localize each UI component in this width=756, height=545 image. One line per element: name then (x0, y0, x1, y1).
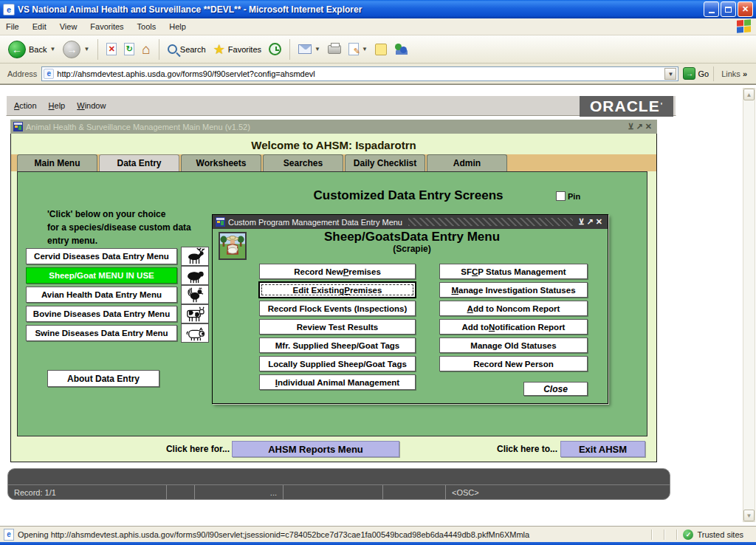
exit-hint-label: Click here to... (474, 444, 557, 454)
species-button-swine-diseases-data-entry-menu[interactable]: Swine Diseases Data Entry Menu (26, 325, 177, 341)
vertical-scrollbar[interactable]: ▲ ▼ (743, 88, 755, 522)
dialog-restore-icon[interactable]: ↗ (587, 217, 596, 226)
oracle-logo: ORACLE' (580, 96, 673, 117)
mdi-minimize-icon[interactable]: ⊻ (628, 122, 636, 131)
add-to-noncom-report-button[interactable]: Add to Noncom Report (439, 301, 588, 316)
dialog-titlebar[interactable]: Custom Program Management Data Entry Men… (213, 215, 608, 229)
mdi-close-icon[interactable]: ✕ (645, 122, 654, 131)
individual-animal-management-button[interactable]: Individual Animal Management (259, 374, 416, 390)
page-icon: e (44, 69, 54, 79)
minimize-button[interactable] (704, 1, 719, 17)
species-button-avian-health-data-entry-menu[interactable]: Avian Health Data Entry Menu (26, 287, 177, 303)
refresh-button[interactable]: ↻ (120, 41, 138, 58)
status-segment (383, 485, 446, 500)
favorites-label: Favorites (228, 45, 261, 54)
sheep-icon (181, 266, 209, 285)
manage-investigation-statuses-button[interactable]: Manage Investigation Statuses (439, 282, 588, 298)
locally-supplied-sheep-goat-tags-button[interactable]: Locally Supplied Sheep/Goat Tags (259, 356, 416, 371)
menu-file[interactable]: File (6, 22, 19, 31)
address-url[interactable]: http://ahsmdevtest.aphis.usda.gov/forms9… (57, 69, 664, 78)
record-new-premises-button[interactable]: Record New Premises (259, 264, 416, 279)
forward-icon: → (63, 41, 80, 58)
applet-menu-action[interactable]: Action (14, 101, 37, 110)
species-button-sheep-goat-menu-in-use[interactable]: Sheep/Goat MENU IN USE (26, 267, 177, 284)
mdi-window-title: Animal Health & Surveillance Management … (26, 123, 628, 131)
search-button[interactable]: Search (164, 42, 210, 56)
status-record-row: Record: 1/1 ... <OSC> (8, 485, 670, 500)
discuss-button[interactable] (371, 41, 391, 58)
dialog-minimize-icon[interactable]: ⊻ (579, 217, 587, 226)
mail-icon (298, 44, 312, 54)
menu-favorites[interactable]: Favorites (90, 22, 123, 31)
sfcp-status-management-button[interactable]: SFCP Status Management (439, 264, 588, 279)
status-segment-osc: <OSC> (446, 485, 670, 500)
species-button-bovine-diseases-data-entry-menu[interactable]: Bovine Diseases Data Entry Menu (26, 306, 177, 322)
applet-menu-window[interactable]: Window (77, 101, 106, 110)
address-dropdown-icon[interactable]: ▼ (664, 68, 676, 80)
refresh-icon: ↻ (125, 44, 134, 55)
menu-view[interactable]: View (60, 22, 78, 31)
mail-dropdown-icon[interactable]: ▼ (315, 46, 320, 52)
forward-dropdown-icon[interactable]: ▼ (83, 46, 89, 52)
messenger-icon (394, 43, 409, 55)
tab-admin[interactable]: Admin (427, 154, 507, 171)
address-label: Address (7, 69, 37, 78)
menu-help[interactable]: Help (169, 22, 186, 31)
tab-worksheets[interactable]: Worksheets (181, 154, 261, 171)
dialog-close-icon[interactable]: ✕ (596, 217, 605, 226)
status-divider (651, 529, 652, 540)
close-button[interactable]: ✕ (738, 1, 753, 17)
forward-button[interactable]: → ▼ (59, 38, 93, 61)
scroll-up-icon[interactable]: ▲ (743, 89, 755, 100)
record-new-person-button[interactable]: Record New Person (439, 356, 588, 371)
record-flock-events-inspections-button[interactable]: Record Flock Events (Inspections) (259, 301, 416, 316)
menu-tools[interactable]: Tools (137, 22, 157, 31)
links-bar[interactable]: Links » (713, 66, 753, 81)
back-label: Back (29, 45, 47, 54)
edit-dropdown-icon[interactable]: ▼ (362, 46, 368, 52)
mdi-titlebar[interactable]: Animal Health & Surveillance Management … (10, 120, 657, 134)
go-button[interactable]: → Go (683, 67, 709, 80)
edit-button[interactable]: ✎▼ (345, 41, 371, 58)
pin-checkbox[interactable] (556, 191, 566, 201)
home-button[interactable]: ⌂ (138, 41, 154, 58)
back-button[interactable]: ← Back ▼ (4, 38, 59, 61)
tab-main-menu[interactable]: Main Menu (17, 154, 97, 171)
tab-data-entry[interactable]: Data Entry (99, 154, 179, 171)
mail-button[interactable]: ▼ (295, 42, 324, 56)
status-text: Opening http://ahsmdevtest.aphis.usda.go… (18, 530, 645, 539)
go-icon: → (683, 67, 695, 80)
rooster-icon (181, 285, 209, 304)
edit-page-icon: ✎ (348, 43, 359, 55)
restore-button[interactable] (721, 1, 736, 17)
back-dropdown-icon[interactable]: ▼ (49, 46, 55, 52)
mdi-restore-icon[interactable]: ↗ (636, 122, 645, 131)
scroll-down-icon[interactable]: ▼ (743, 510, 755, 521)
edit-existing-premises-button[interactable]: Edit Existing Premises (259, 282, 416, 298)
add-to-notification-report-button[interactable]: Add to Notification Report (439, 319, 588, 335)
menu-edit[interactable]: Edit (32, 22, 47, 31)
links-chevron-icon: » (743, 69, 747, 78)
exit-ahsm-button[interactable]: Exit AHSM (560, 441, 645, 457)
applet-menu-help[interactable]: Help (49, 101, 66, 110)
browser-toolbar: ← Back ▼ → ▼ ✕ ↻ ⌂ Search ★ Favorites ▼ … (0, 35, 756, 64)
form-canvas-area: Welcome to AHSM: Ispadarotrn Main MenuDa… (10, 134, 657, 462)
dialog-left-button-column: Record New PremisesEdit Existing Premise… (259, 264, 416, 390)
ahsm-reports-menu-button[interactable]: AHSM Reports Menu (232, 441, 399, 457)
mfr-supplied-sheep-goat-tags-button[interactable]: Mfr. Supplied Sheep/Goat Tags (259, 337, 416, 353)
tab-searches[interactable]: Searches (263, 154, 343, 171)
address-input[interactable]: e http://ahsmdevtest.aphis.usda.gov/form… (41, 66, 678, 81)
tab-daily-checklist[interactable]: Daily Checklist (345, 154, 425, 171)
species-button-cervid-diseases-data-entry-menu[interactable]: Cervid Diseases Data Entry Menu (26, 248, 177, 264)
mdi-window: Animal Health & Surveillance Management … (10, 120, 657, 462)
print-button[interactable] (324, 43, 345, 56)
status-divider (676, 529, 677, 540)
messenger-button[interactable] (391, 41, 413, 58)
review-test-results-button[interactable]: Review Test Results (259, 319, 416, 335)
history-button[interactable] (265, 41, 285, 58)
about-data-entry-button[interactable]: About Data Entry (47, 370, 159, 387)
stop-button[interactable]: ✕ (103, 41, 120, 58)
manage-old-statuses-button[interactable]: Manage Old Statuses (439, 337, 588, 353)
close-dialog-button[interactable]: Close (523, 382, 588, 396)
favorites-button[interactable]: ★ Favorites (210, 41, 265, 58)
